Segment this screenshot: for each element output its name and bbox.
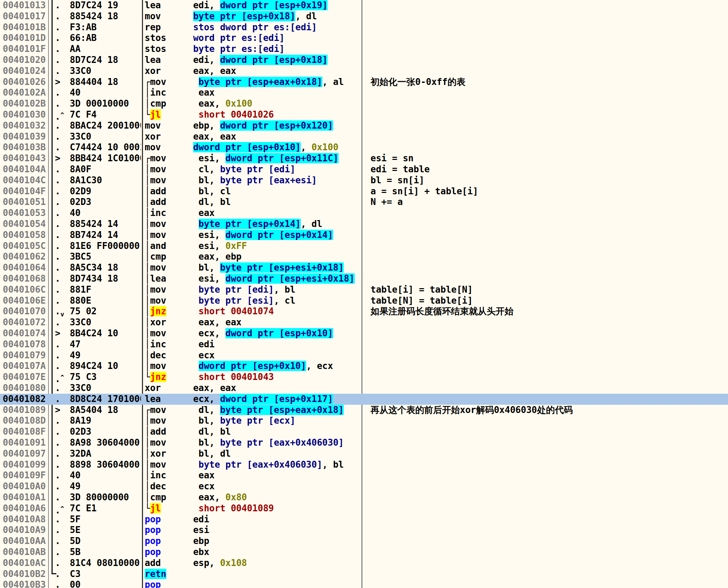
disasm-row-00401020[interactable]: 00401020.8D7C24 18lea edi, dword ptr [es… (0, 55, 728, 66)
address-cell: 00401064 (3, 262, 46, 273)
loop-bracket-icon: │ (145, 492, 150, 502)
instruction-cell: │cmp eax, 0x80 (145, 492, 247, 503)
instruction-cell: add esp, 0x108 (145, 558, 247, 569)
disasm-row-0040101F[interactable]: 0040101F.AAstos byte ptr es:[edi] (0, 44, 728, 55)
mnemonic: mov (150, 295, 166, 306)
analysis-marker: . (55, 317, 60, 328)
mnemonic: pop (145, 514, 161, 524)
address-cell: 004010A0 (3, 481, 46, 492)
disasm-row-004010A9[interactable]: 004010A9.5Epop esi (0, 525, 728, 536)
disasm-row-0040104F[interactable]: 0040104F.02D9│add bl, cla = sn[i] + tabl… (0, 186, 728, 197)
analysis-marker: . (55, 394, 60, 405)
loop-bracket-icon: │ (145, 197, 150, 207)
instruction-cell: xor eax, eax (145, 383, 236, 394)
mnemonic: pop (145, 536, 161, 546)
loop-bracket-icon: │ (145, 273, 150, 284)
disasm-row-00401032[interactable]: 00401032.8BAC24 20010000mov ebp, dword p… (0, 120, 728, 131)
disasm-row-0040101D[interactable]: 0040101D.66:ABstos word ptr es:[edi] (0, 33, 728, 44)
loop-bracket-icon: └ (145, 372, 150, 382)
disasm-row-00401043[interactable]: 00401043>8BB424 1C010000┌mov esi, dword … (0, 153, 728, 164)
analysis-marker: . (55, 415, 60, 426)
disasm-row-0040106C[interactable]: 0040106C.881F│mov byte ptr [edi], bltabl… (0, 284, 728, 295)
disasm-row-00401024[interactable]: 00401024.33C0xor eax, eax (0, 66, 728, 77)
disasm-row-00401072[interactable]: 00401072.33C0│xor eax, eax (0, 317, 728, 328)
disasm-row-004010A6[interactable]: 004010A6.^7C E1└jl short 00401089 (0, 503, 728, 514)
hex-bytes-cell: 5D (70, 536, 141, 547)
disasm-row-0040102B[interactable]: 0040102B.3D 00010000│cmp eax, 0x100 (0, 98, 728, 109)
disasm-row-004010B3[interactable]: 004010B3.00pop (0, 579, 728, 588)
hex-bytes-cell: 8D7434 18 (70, 273, 141, 284)
disasm-row-00401054[interactable]: 00401054.885424 14│mov byte ptr [esp+0x1… (0, 219, 728, 230)
disasm-row-00401026[interactable]: 00401026>884404 18┌mov byte ptr [esp+eax… (0, 77, 728, 88)
disasm-row-00401070[interactable]: 00401070.v75 02│jnz short 00401074如果注册码长… (0, 306, 728, 317)
mnemonic: mov (150, 164, 166, 174)
disasm-row-0040106E[interactable]: 0040106E.880E│mov byte ptr [esi], cltabl… (0, 295, 728, 306)
disasm-row-00401082[interactable]: 00401082.8D8C24 17010000lea ecx, dword p… (0, 394, 728, 405)
analysis-marker: . (55, 558, 60, 569)
disasm-row-0040101B[interactable]: 0040101B.F3:ABrep stos dword ptr es:[edi… (0, 22, 728, 33)
mnemonic: rep (145, 22, 161, 32)
disasm-row-00401058[interactable]: 00401058.8B7424 14│mov esi, dword ptr [e… (0, 230, 728, 241)
disasm-row-00401062[interactable]: 00401062.3BC5│cmp eax, ebp (0, 251, 728, 262)
disasm-row-00401089[interactable]: 00401089>8A5404 18┌mov dl, byte ptr [esp… (0, 405, 728, 416)
instruction-cell: │add bl, cl (145, 186, 231, 197)
disasm-row-00401068[interactable]: 00401068.8D7434 18│lea esi, dword ptr [e… (0, 273, 728, 284)
disasm-row-004010A8[interactable]: 004010A8.5Fpop edi (0, 514, 728, 525)
disasm-row-004010AA[interactable]: 004010AA.5Dpop ebp (0, 536, 728, 547)
disasm-row-00401053[interactable]: 00401053.40│inc eax (0, 208, 728, 219)
operand: eax, (199, 492, 225, 502)
disasm-row-00401013[interactable]: 00401013.8D7C24 19lea edi, dword ptr [es… (0, 0, 728, 11)
disasm-row-004010B2[interactable]: 004010B2.C3retn (0, 569, 728, 580)
jump-up-arrow-icon: ^ (60, 505, 64, 512)
address-cell: 00401013 (3, 0, 46, 11)
operand: eax, ebp (199, 251, 242, 262)
instruction-cell: pop ebp (145, 536, 209, 547)
disasm-row-0040105C[interactable]: 0040105C.81E6 FF000000│and esi, 0xFF (0, 241, 728, 252)
instruction-cell: │inc eax (145, 87, 215, 98)
address-cell: 0040101F (3, 44, 46, 55)
mnemonic: cmp (150, 251, 166, 262)
disasm-row-0040108D[interactable]: 0040108D.8A19│mov bl, byte ptr [ecx] (0, 415, 728, 426)
disasm-row-0040104A[interactable]: 0040104A.8A0F│mov cl, byte ptr [edi]edi … (0, 164, 728, 175)
analysis-marker: . (55, 197, 60, 208)
mnemonic: mov (150, 262, 166, 273)
address-cell: 0040101D (3, 33, 46, 44)
disasm-row-00401064[interactable]: 00401064.8A5C34 18│mov bl, byte ptr [esp… (0, 262, 728, 273)
disasm-row-0040107A[interactable]: 0040107A.894C24 10│mov dword ptr [esp+0x… (0, 361, 728, 372)
disasm-row-00401017[interactable]: 00401017.885424 18mov byte ptr [esp+0x18… (0, 11, 728, 22)
loop-bracket-icon: │ (145, 470, 150, 480)
hex-bytes-cell: 3D 00010000 (70, 98, 141, 109)
disasm-row-004010AC[interactable]: 004010AC.81C4 08010000add esp, 0x108 (0, 558, 728, 569)
disasm-row-00401079[interactable]: 00401079.49│dec ecx (0, 350, 728, 361)
instruction-cell: pop esi (145, 525, 209, 536)
disasm-row-0040104C[interactable]: 0040104C.8A1C30│mov bl, byte ptr [eax+es… (0, 175, 728, 186)
instruction-cell: │mov esi, dword ptr [esp+0x14] (145, 230, 333, 241)
instruction-cell: mov ebp, dword ptr [esp+0x120] (145, 120, 333, 131)
disasm-row-00401039[interactable]: 00401039.33C0xor eax, eax (0, 131, 728, 142)
mnemonic: cmp (150, 98, 166, 109)
disasm-row-004010A0[interactable]: 004010A0.49│dec ecx (0, 481, 728, 492)
analysis-marker: . (55, 120, 60, 131)
hex-bytes-cell: 33C0 (70, 383, 141, 394)
disasm-row-00401099[interactable]: 00401099.8898 30604000│mov byte ptr [eax… (0, 459, 728, 470)
disasm-row-00401051[interactable]: 00401051.02D3│add dl, blN += a (0, 197, 728, 208)
hex-bytes-cell: 66:AB (70, 33, 141, 44)
disasm-row-00401074[interactable]: 00401074>8B4C24 10│mov ecx, dword ptr [e… (0, 328, 728, 339)
operand: esi (193, 525, 209, 535)
disasm-row-0040109F[interactable]: 0040109F.40│inc eax (0, 470, 728, 481)
operand-hl: dword ptr [esp+esi+0x18] (225, 273, 355, 284)
disasm-row-0040107E[interactable]: 0040107E.^75 C3└jnz short 00401043 (0, 372, 728, 383)
disasm-row-0040108F[interactable]: 0040108F.02D3│add dl, bl (0, 426, 728, 437)
disasm-row-004010AB[interactable]: 004010AB.5Bpop ebx (0, 547, 728, 558)
disasm-row-0040102A[interactable]: 0040102A.40│inc eax (0, 87, 728, 98)
disasm-row-0040103B[interactable]: 0040103B.C74424 10 00010000mov dword ptr… (0, 142, 728, 153)
address-cell: 0040108D (3, 415, 46, 426)
disasm-row-004010A1[interactable]: 004010A1.3D 80000000│cmp eax, 0x80 (0, 492, 728, 503)
analysis-marker: > (55, 405, 60, 416)
disasm-row-00401080[interactable]: 00401080.33C0xor eax, eax (0, 383, 728, 394)
disasm-row-00401097[interactable]: 00401097.32DA│xor bl, dl (0, 448, 728, 459)
disasm-row-00401078[interactable]: 00401078.47│inc edi (0, 339, 728, 350)
disasm-row-00401091[interactable]: 00401091.8A98 30604000│mov bl, byte ptr … (0, 437, 728, 448)
mnemonic: add (145, 558, 161, 568)
disasm-row-00401030[interactable]: 00401030.^7C F4└jl short 00401026 (0, 109, 728, 120)
